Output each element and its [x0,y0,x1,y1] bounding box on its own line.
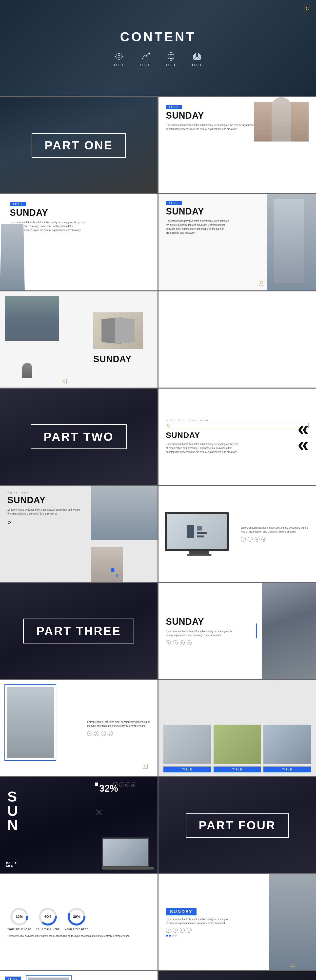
content-logo: C [304,5,311,12]
dot-gray-1 [172,935,174,937]
slide3-person [0,224,25,290]
slide14-labels: TITLE TITLE TITLE [163,767,311,772]
svg-text:60%: 60% [45,915,52,919]
slide8-text: Entrepreneurial activities differ substa… [166,442,240,454]
icon-label-1: TITLE [113,64,124,67]
slide12-photo [262,583,316,679]
slide14-photo2 [214,725,261,764]
part-two-title: PART TWO [30,424,127,449]
s12-linkedin[interactable]: in [180,640,185,645]
s12-facebook[interactable]: f [173,640,178,645]
social-linkedin[interactable]: in [255,537,260,542]
icon-label-4: TITLE [192,64,203,67]
slide-13-frame: C Entrepreneurial activities differ subs… [0,680,158,776]
dot-blue-2 [169,935,171,937]
slide14-label-3: TITLE [263,767,311,772]
slide8-quote: «« [298,421,309,452]
s12-google[interactable]: g+ [187,640,192,645]
slide-17-pies: 30% YOUR TITLE HERE 60% YOUR TITLE HERE … [0,874,158,970]
s18-google[interactable]: g+ [187,928,192,933]
pie-item-2: 60% YOUR TITLE HERE [36,907,60,931]
slide-14-three-photos: TITLE TITLE TITLE [158,680,316,776]
s13-facebook[interactable]: f [94,731,99,736]
svg-point-0 [116,54,122,59]
slide-3: TITLE SUNDAY Entrepreneurial activities … [0,194,158,290]
social-google[interactable]: g+ [262,537,267,542]
slide15-happy: HAPPY LIFE [6,861,17,867]
slide-part-two: PART TWO [0,388,158,485]
slide8-small-label: WRITE HERE SOMETHING [166,419,309,422]
slide4-photo [254,102,309,142]
s13-linkedin[interactable]: in [101,731,106,736]
monitor-social: t f in g+ [241,537,310,542]
slide-12-sunday: SUNDAY Entrepreneurial activities differ… [158,583,316,679]
slide3-badge: TITLE [7,202,150,208]
slide18-badge: SUNDAY [166,908,196,915]
slide15-laptop [102,837,154,870]
monitor-screen [165,512,229,551]
slide14-photos [163,725,311,764]
slide9-text: Entrepreneurial activities differ substa… [7,508,81,516]
slide18-photo: C [269,874,316,970]
pie-row: 30% YOUR TITLE HERE 60% YOUR TITLE HERE … [7,907,150,931]
slide13-frame [5,684,56,761]
slide15-social-top: t f in g+ [113,782,135,786]
icon-item-2: TITLE [139,51,151,67]
icon-label-3: TITLE [165,64,177,67]
slide6-right: SUNDAY [93,299,153,380]
slide5-text: Entrepreneurial activities differ substa… [166,219,233,235]
s13-google[interactable]: g+ [108,731,113,736]
slide15-bar-icon [95,783,98,786]
slide8-logo: C [166,423,309,428]
content-icons: TITLE TITLE TITLE [113,51,203,67]
s18-linkedin[interactable]: in [180,928,185,933]
dot-gray-2 [175,935,177,937]
slide13-right: Entrepreneurial activities differ substa… [87,720,151,736]
svg-text:80%: 80% [73,915,80,919]
slide-19-tower: TITLE SUNDAY Entrepreneurial activities … [0,971,158,980]
pie-item-1: 30% YOUR TITLE HERE [7,907,31,931]
svg-rect-11 [196,53,198,57]
s18-twitter[interactable]: t [166,928,171,933]
slide13-text: Entrepreneurial activities differ substa… [87,720,151,728]
slide14-photo3 [263,725,311,764]
slide-18-sunday: SUNDAY Entrepreneurial activities differ… [158,874,316,970]
s18-facebook[interactable]: f [173,928,178,933]
slide-15-sun: S U N 32% t f in g+ ✕ HAPPY LIFE [0,777,158,873]
icon-item-4: TITLE [192,51,203,67]
slide-9-photos: WRITE HERE SUNDAY Entrepreneurial activi… [0,486,158,582]
dot-blue-1 [166,935,168,937]
svg-point-6 [148,53,150,54]
slide-part-three: PART THREE [0,583,158,679]
part-one-title: PART ONE [32,133,126,158]
slide17-text: Entrepreneurial activities differ substa… [7,934,150,938]
slide15-x: ✕ [95,807,103,818]
svg-rect-10 [195,54,199,59]
monitor-obj4 [197,536,204,538]
s12-twitter[interactable]: t [166,640,171,645]
slide3-heading: SUNDAY [7,208,150,218]
pie-item-3: 80% YOUR TITLE HERE [65,907,88,931]
monitor [165,512,234,556]
slide18-logo: C [290,962,295,967]
social-twitter[interactable]: t [241,537,246,542]
monitor-obj2 [197,526,202,531]
pie-label-1: YOUR TITLE HERE [7,928,31,931]
slide-part-four: PART FOUR [158,777,316,873]
slide6-figure [22,363,32,378]
s13-twitter[interactable]: t [87,731,92,736]
slide-goodbye: GOODBYE [158,971,316,980]
slide8-heading: SUNDAY [166,431,309,440]
monitor-objs [197,526,207,538]
icon-label-2: TITLE [139,64,151,67]
slide13-social: t f in g+ [87,731,151,736]
social-facebook[interactable]: f [247,537,252,542]
slide12-text: Entrepreneurial activities differ substa… [166,629,235,637]
monitor-text: Entrepreneurial activities differ substa… [241,526,310,534]
slide14-photo1 [163,725,211,764]
icon-item-3: TITLE [165,51,177,67]
part-four-title: PART FOUR [186,813,289,838]
slide-content: CONTENT TITLE TITLE [0,0,316,96]
monitor-obj1 [187,525,194,538]
slide14-label-1: TITLE [163,767,211,772]
